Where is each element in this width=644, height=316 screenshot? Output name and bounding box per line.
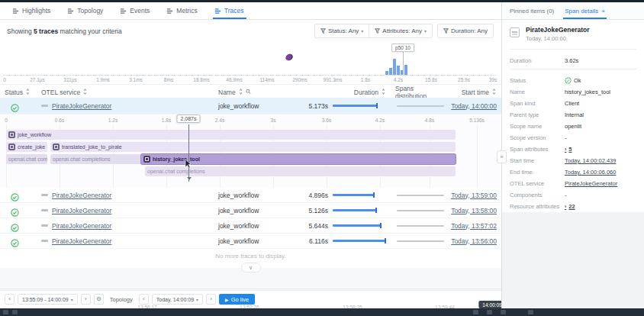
detail-label: Start time [510,157,565,164]
duration-value: 5.644s [308,222,328,230]
panel-tabs: Pinned items (0) Span details × [502,2,644,20]
expand-chevron-icon[interactable]: › [565,204,566,209]
duration-filter[interactable]: Duration: Any [438,24,493,37]
detail-value: 22 [568,203,575,210]
sort-icon[interactable] [25,89,31,96]
trace-row[interactable]: PirateJokeGenerator joke_workflow 5.173s [0,98,501,114]
start-time-link[interactable]: Today, 13:59:00 [451,192,497,199]
panel-collapse-button[interactable]: » [497,150,507,163]
date-dropdown[interactable]: Today, 14:00:09 ▾ [152,294,203,305]
status-ok-icon [565,77,572,84]
status-ok-icon [11,102,19,110]
time-forward-button[interactable]: › [81,294,91,305]
results-summary: Showing 5 traces matching your criteria [7,27,122,35]
span-detail-list: Status › Ok Name [502,75,644,212]
collapse-list-button[interactable]: ∨ [241,263,261,272]
histogram-bar [389,68,392,75]
trace-row[interactable]: PirateJokeGenerator joke_workflow 6.116s [0,234,501,249]
span-icon [8,143,15,150]
sort-icon[interactable] [381,89,386,96]
taskbar-icon[interactable] [12,310,18,314]
search-icon[interactable] [246,89,251,96]
chevron-down-icon: ▾ [71,297,73,302]
column-header-label: Status [5,89,23,96]
column-header: Name [214,89,301,96]
span-label: create_joke [18,144,45,150]
panel-body: PirateJokeGenerator Today, 14:00:00 Dura… [502,20,644,212]
close-icon[interactable]: × [601,8,605,15]
start-time-link[interactable]: Today, 14:00:00 [451,102,497,110]
trace-row[interactable]: PirateJokeGenerator joke_workflow 4.896s [0,188,501,203]
zoom-out-icon[interactable]: ⊖ [94,294,104,305]
span-icon [8,131,15,138]
time-back-button[interactable]: ‹ [5,294,14,305]
detail-value: Client [565,100,579,107]
start-time-link[interactable]: Today, 13:56:00 [451,237,497,245]
axis-tick-label: 4.8s [425,118,434,123]
status-filter[interactable]: Status: Any ▾ [315,24,369,37]
taskbar-icon[interactable] [473,310,478,314]
span-bar[interactable]: joke_workflow [6,130,456,140]
detail-label: Span attributes [510,146,565,153]
taskbar-icon[interactable] [3,310,8,314]
span-icon [143,156,150,163]
otel-service-link[interactable]: PirateJokeGenerator [52,237,111,245]
nav-tab-icon [120,8,127,15]
start-time-link[interactable]: Today, 13:58:00 [451,207,497,214]
span-bar[interactable]: openai.chat completions [145,166,456,176]
date-forward-button[interactable]: › [206,294,216,305]
filter-bar: Status: Any ▾ Attributes: Any ▾ Duration… [314,24,494,38]
trace-scatter-dot[interactable] [285,53,295,62]
taskbar-icon[interactable] [501,310,506,314]
duration-bar [333,224,386,227]
detail-row: Span attributes › 5 [502,143,644,155]
sort-icon[interactable] [238,89,243,96]
chevron-down-icon: ▾ [196,297,198,302]
otel-service-link[interactable]: PirateJokeGenerator [52,192,111,199]
filter-group: Status: Any ▾ Attributes: Any ▾ [314,24,433,38]
sort-icon[interactable] [82,89,88,96]
span-name: joke_workflow [214,207,301,214]
span-bar[interactable]: create_joke [6,142,47,152]
start-time-link[interactable]: Today, 13:57:02 [451,222,497,230]
axis-tick-label: 0.6s [55,118,64,123]
time-range-dropdown[interactable]: 13:55:09 - 14:00:09 ▾ [18,294,78,305]
nav-tab[interactable]: Traces [207,2,253,19]
date-back-button[interactable]: ‹ [139,294,149,305]
otel-service-link[interactable]: PirateJokeGenerator [52,222,111,230]
sort-icon[interactable] [491,89,497,96]
latency-histogram[interactable]: 027.1µs311µs1.9ms3.1ms8ms18.8ms46.9ms114… [0,43,501,83]
span-details-panel: Pinned items (0) Span details × PirateJo… [502,2,644,308]
span-name: joke_workflow [214,102,301,110]
otel-service-link[interactable]: PirateJokeGenerator [52,207,111,214]
nav-tab[interactable]: Highlights [5,2,60,19]
duration-value: 5.173s [308,102,328,110]
span-bar[interactable]: openai.chat completions [50,154,145,164]
nav-tab[interactable]: Events [112,2,159,19]
axis-tick-label: 46.9ms [226,77,242,82]
tab-pinned-items[interactable]: Pinned items (0) [510,2,554,19]
span-bar[interactable]: translated_joke_to_pirate [50,142,456,152]
traces-table-header: Status OTEL service Name [0,84,501,98]
taskbar [0,308,644,316]
detail-label: Scope name [510,123,565,130]
detail-value: 3.62s [565,57,578,64]
expand-chevron-icon[interactable]: › [565,147,566,152]
axis-tick-label: 1.9ms [96,77,110,82]
nav-tab[interactable]: Topology [60,2,112,19]
span-bar[interactable]: openai.chat completions [6,154,47,164]
attributes-filter[interactable]: Attributes: Any ▾ [369,24,432,37]
trace-row[interactable]: PirateJokeGenerator joke_workflow 5.644s [0,218,501,234]
otel-service-link[interactable]: PirateJokeGenerator [52,102,111,110]
column-header: Start time [450,89,501,96]
axis-tick-label: 27.1µs [30,77,45,82]
taskbar-icon[interactable] [487,310,492,314]
nav-tab[interactable]: Metrics [159,2,206,19]
app-window: Highlights Topology Events [0,0,644,316]
go-live-button[interactable]: ▶ Go live [219,294,255,305]
detail-label: Status [510,77,565,84]
taskbar-icon[interactable] [528,310,533,314]
tab-span-details[interactable]: Span details × [565,2,605,19]
trace-row[interactable]: PirateJokeGenerator joke_workflow 5.126s [0,203,501,218]
empty-message: No more traces to display. [0,253,501,260]
